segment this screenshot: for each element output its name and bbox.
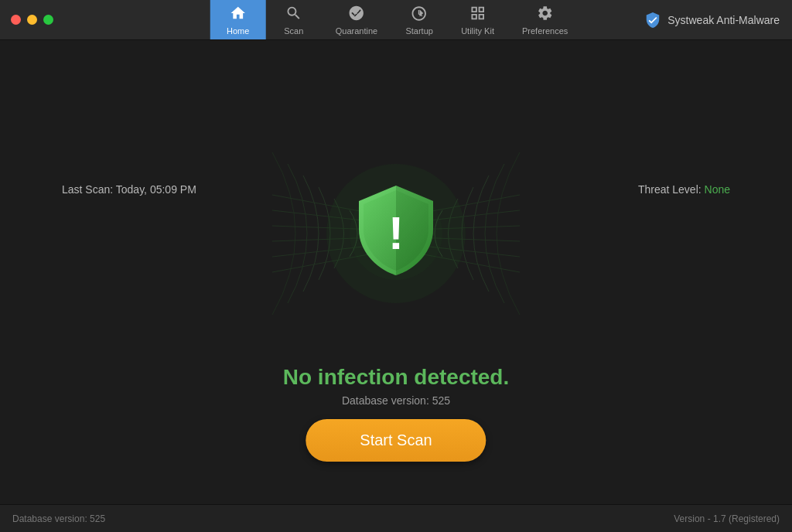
close-button[interactable] (11, 15, 21, 25)
tab-scan-label: Scan (284, 26, 303, 36)
db-version: Database version: 525 (283, 394, 509, 407)
status-text: No infection detected. (283, 365, 509, 390)
shield-area: ! (265, 102, 527, 365)
nav-tabs: Home Scan Quarantine (210, 0, 582, 39)
tab-home-label: Home (227, 26, 249, 36)
db-version-value: 525 (432, 394, 450, 407)
minimize-button[interactable] (27, 15, 37, 25)
quarantine-icon (348, 5, 365, 24)
last-scan-label-text: Last Scan: (62, 183, 113, 196)
db-version-label: Database version: (342, 394, 429, 407)
threat-level: Threat Level: None (638, 183, 730, 196)
tab-startup[interactable]: Startup (391, 0, 447, 39)
traffic-lights (0, 15, 53, 25)
tab-scan[interactable]: Scan (266, 0, 322, 39)
scan-icon (285, 5, 302, 24)
tab-quarantine[interactable]: Quarantine (322, 0, 391, 39)
start-scan-button[interactable]: Start Scan (306, 419, 486, 462)
tab-utility-kit[interactable]: Utility Kit (447, 0, 508, 39)
titlebar: Home Scan Quarantine (0, 0, 792, 40)
startup-icon (411, 5, 428, 24)
threat-label-text: Threat Level: (638, 183, 702, 196)
tab-quarantine-label: Quarantine (336, 26, 377, 36)
maximize-button[interactable] (43, 15, 53, 25)
shield-icon: ! (350, 179, 442, 288)
preferences-icon (537, 5, 554, 24)
app-brand: Systweak Anti-Malware (644, 12, 780, 29)
status-area: No infection detected. Database version:… (283, 365, 509, 407)
last-scan-value: Today, 05:09 PM (116, 183, 196, 196)
tab-preferences-label: Preferences (522, 26, 568, 36)
brand-name: Systweak Anti-Malware (667, 14, 780, 26)
footer-version: Version - 1.7 (Registered) (674, 513, 780, 524)
tab-utility-kit-label: Utility Kit (461, 26, 494, 36)
footer-db-version: Database version: 525 (12, 513, 105, 524)
svg-text:!: ! (388, 207, 404, 259)
footer: Database version: 525 Version - 1.7 (Reg… (0, 504, 792, 532)
utility-kit-icon (469, 5, 486, 24)
last-scan: Last Scan: Today, 05:09 PM (62, 183, 196, 196)
tab-startup-label: Startup (405, 26, 432, 36)
main-content: Last Scan: Today, 05:09 PM Threat Level:… (0, 40, 792, 532)
tab-home[interactable]: Home (210, 0, 266, 39)
brand-shield-icon (644, 12, 661, 29)
home-icon (230, 5, 247, 24)
tab-preferences[interactable]: Preferences (508, 0, 582, 39)
threat-level-value: None (705, 183, 730, 196)
